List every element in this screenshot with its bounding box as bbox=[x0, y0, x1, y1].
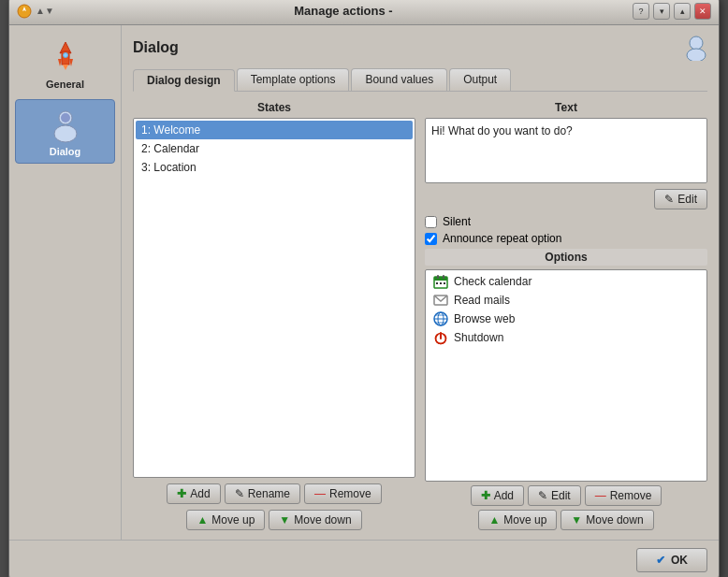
svg-rect-19 bbox=[444, 282, 445, 284]
main-window: ▲▼ Manage actions - ? ▾ ▴ ✕ Gen bbox=[8, 0, 720, 577]
svg-marker-5 bbox=[69, 59, 73, 66]
person-icon bbox=[47, 106, 84, 143]
announce-checkbox[interactable] bbox=[425, 233, 437, 245]
options-move-up-button[interactable]: ▲ Move up bbox=[478, 510, 557, 530]
announce-label: Announce repeat option bbox=[443, 232, 561, 245]
down-arrow-icon: ▼ bbox=[279, 513, 290, 527]
remove-icon: — bbox=[314, 487, 326, 500]
main-content: General Dialog Dialog bbox=[9, 25, 719, 540]
list-item[interactable]: 2: Calendar bbox=[136, 139, 413, 158]
silent-label: Silent bbox=[443, 215, 471, 228]
tab-content: States 1: Welcome 2: Calendar 3: Locatio… bbox=[133, 101, 707, 530]
svg-point-6 bbox=[63, 53, 67, 58]
titlebar-left: ▲▼ bbox=[17, 4, 54, 19]
sidebar-item-general[interactable]: General bbox=[15, 33, 115, 95]
list-item[interactable]: 1: Welcome bbox=[136, 121, 413, 139]
tab-bound-values[interactable]: Bound values bbox=[351, 68, 447, 91]
states-add-button[interactable]: ✚ Add bbox=[167, 483, 220, 504]
tab-output[interactable]: Output bbox=[449, 68, 511, 91]
panel-title: Dialog bbox=[133, 39, 179, 56]
titlebar-controls: ? ▾ ▴ ✕ bbox=[633, 3, 711, 20]
sidebar: General Dialog bbox=[9, 25, 122, 540]
svg-rect-18 bbox=[440, 282, 442, 284]
svg-point-10 bbox=[61, 113, 70, 123]
option-shutdown[interactable]: Shutdown bbox=[428, 328, 705, 347]
up2-arrow-icon: ▲ bbox=[488, 513, 500, 527]
silent-checkbox[interactable] bbox=[425, 216, 437, 228]
states-move-down-button[interactable]: ▼ Move down bbox=[269, 510, 361, 530]
option-web[interactable]: Browse web bbox=[428, 310, 705, 328]
dialog-header-icon bbox=[685, 35, 707, 61]
list-item[interactable]: 3: Location bbox=[136, 158, 413, 177]
states-remove-button[interactable]: — Remove bbox=[304, 483, 382, 504]
sidebar-item-dialog[interactable]: Dialog bbox=[15, 99, 115, 164]
svg-point-12 bbox=[687, 49, 706, 61]
options-move-down-button[interactable]: ▼ Move down bbox=[561, 510, 653, 530]
options-btn-row2: ▲ Move up ▼ Move down bbox=[425, 510, 707, 530]
sidebar-general-label: General bbox=[46, 79, 84, 90]
ok-button[interactable]: ✔ OK bbox=[636, 548, 707, 572]
expand-icon[interactable]: ▲▼ bbox=[36, 6, 54, 16]
window-title: Manage actions - bbox=[54, 4, 633, 18]
options-remove-button[interactable]: — Remove bbox=[585, 485, 662, 506]
help-button[interactable]: ? bbox=[633, 3, 649, 20]
maximize-button[interactable]: ▴ bbox=[674, 3, 691, 20]
options-list[interactable]: Check calendar Read mails bbox=[425, 269, 707, 482]
silent-checkbox-row: Silent bbox=[425, 215, 707, 228]
rename-icon: ✎ bbox=[235, 487, 244, 500]
states-btn-row1: ✚ Add ✎ Rename — Remove bbox=[133, 483, 415, 504]
options-add-button[interactable]: ✚ Add bbox=[471, 485, 524, 506]
calendar-icon bbox=[433, 274, 448, 289]
svg-point-11 bbox=[690, 36, 703, 50]
close-button[interactable]: ✕ bbox=[694, 3, 711, 20]
app-icon bbox=[17, 4, 32, 19]
svg-rect-17 bbox=[436, 282, 438, 284]
svg-rect-15 bbox=[437, 275, 439, 279]
tab-bar: Dialog design Template options Bound val… bbox=[133, 68, 707, 92]
svg-marker-4 bbox=[58, 59, 62, 66]
states-list[interactable]: 1: Welcome 2: Calendar 3: Location bbox=[133, 118, 415, 478]
up-arrow-icon: ▲ bbox=[197, 513, 208, 527]
minimize-button[interactable]: ▾ bbox=[653, 3, 670, 20]
panel-header: Dialog bbox=[133, 35, 707, 61]
edit-icon: ✎ bbox=[664, 193, 674, 206]
remove2-icon: — bbox=[595, 489, 606, 502]
states-btn-row2: ▲ Move up ▼ Move down bbox=[133, 510, 415, 530]
option-shutdown-label: Shutdown bbox=[454, 331, 503, 344]
svg-point-9 bbox=[54, 125, 77, 142]
split-panels: States 1: Welcome 2: Calendar 3: Locatio… bbox=[133, 101, 707, 530]
mail-icon bbox=[433, 293, 448, 308]
option-mail-label: Read mails bbox=[454, 294, 510, 307]
add-icon: ✚ bbox=[177, 487, 186, 500]
option-calendar-label: Check calendar bbox=[454, 275, 531, 288]
down2-arrow-icon: ▼ bbox=[571, 513, 582, 527]
bottom-bar: ✔ OK bbox=[9, 540, 719, 577]
shutdown-icon bbox=[433, 330, 448, 345]
edit2-icon: ✎ bbox=[538, 489, 547, 502]
text-content: Hi! What do you want to do? bbox=[425, 118, 707, 183]
options-edit-button[interactable]: ✎ Edit bbox=[528, 485, 581, 506]
text-title: Text bbox=[425, 101, 707, 114]
add2-icon: ✚ bbox=[481, 489, 490, 502]
text-options-panel: Text Hi! What do you want to do? ✎ Edit bbox=[425, 101, 707, 530]
option-mail[interactable]: Read mails bbox=[428, 291, 705, 310]
states-move-up-button[interactable]: ▲ Move up bbox=[186, 510, 265, 530]
tab-dialog-design[interactable]: Dialog design bbox=[133, 69, 235, 92]
rocket-icon bbox=[47, 38, 84, 76]
svg-rect-14 bbox=[434, 277, 447, 281]
options-btn-row1: ✚ Add ✎ Edit — Remove bbox=[425, 485, 707, 506]
options-title: Options bbox=[425, 249, 707, 266]
sidebar-dialog-label: Dialog bbox=[50, 146, 81, 157]
svg-rect-16 bbox=[443, 275, 444, 279]
states-rename-button[interactable]: ✎ Rename bbox=[225, 483, 300, 504]
main-panel: Dialog Dialog design Template options Bo… bbox=[122, 25, 719, 540]
option-calendar[interactable]: Check calendar bbox=[428, 272, 705, 291]
states-title: States bbox=[133, 101, 415, 114]
text-edit-button[interactable]: ✎ Edit bbox=[654, 189, 707, 209]
titlebar: ▲▼ Manage actions - ? ▾ ▴ ✕ bbox=[9, 0, 719, 25]
states-panel: States 1: Welcome 2: Calendar 3: Locatio… bbox=[133, 101, 415, 530]
option-web-label: Browse web bbox=[454, 312, 515, 325]
web-icon bbox=[433, 311, 448, 326]
ok-check-icon: ✔ bbox=[656, 554, 665, 567]
tab-template-options[interactable]: Template options bbox=[237, 68, 350, 91]
